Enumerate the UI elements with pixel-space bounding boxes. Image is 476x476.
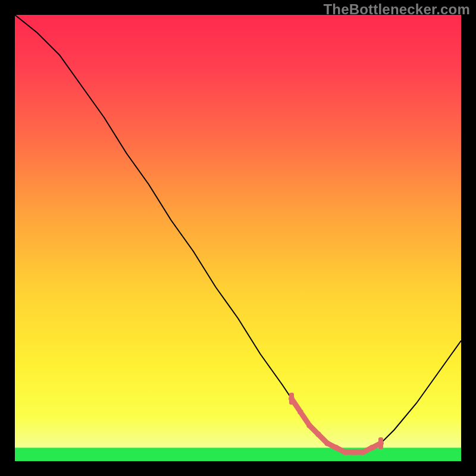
chart-svg (15, 15, 461, 461)
svg-point-11 (333, 445, 339, 451)
chart-container: TheBottlenecker.com (0, 0, 476, 476)
svg-point-9 (324, 440, 330, 446)
svg-point-13 (342, 449, 348, 455)
svg-rect-21 (289, 393, 294, 405)
svg-point-17 (360, 449, 366, 455)
plot-area (15, 15, 461, 461)
svg-point-7 (315, 431, 321, 437)
svg-point-3 (298, 409, 303, 415)
svg-point-5 (306, 422, 312, 428)
gradient-background (15, 15, 461, 461)
svg-point-15 (351, 449, 357, 455)
svg-rect-22 (378, 437, 383, 449)
green-band (15, 448, 461, 462)
svg-point-19 (369, 445, 375, 451)
watermark-label: TheBottlenecker.com (323, 1, 470, 18)
